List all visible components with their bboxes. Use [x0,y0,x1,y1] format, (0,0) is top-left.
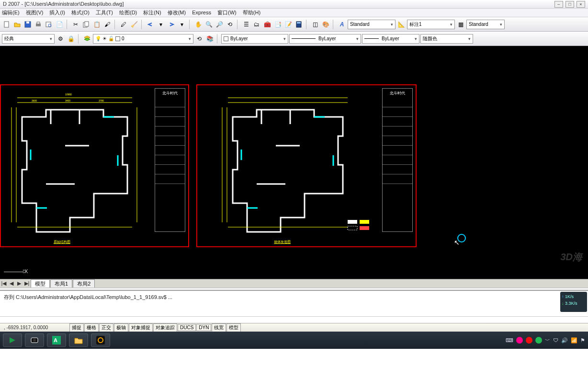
tray-chevron-icon[interactable]: ﹀ [545,337,550,344]
taskbar-app-5[interactable] [91,334,110,347]
tab-layout2[interactable]: 布局2 [73,279,95,288]
toolpalette-icon[interactable]: 🧰 [262,20,272,29]
text-style-icon[interactable]: A [337,20,347,29]
taskbar-app-autocad[interactable]: A [47,334,66,347]
network-widget: 1K/s 3.3K/s [560,292,587,312]
zoom-win-icon[interactable]: 🔎 [215,20,224,29]
tray-icon-1[interactable] [516,337,523,344]
tray-flag-icon[interactable]: ⚑ [580,337,585,344]
dim-style-icon[interactable]: 📐 [396,20,406,29]
ucs-icon: X [4,268,28,274]
menu-help[interactable]: 帮助(H) [243,10,260,15]
status-ortho[interactable]: 正交 [99,323,113,332]
paste-icon[interactable]: 📋 [92,20,102,29]
undo-dd-icon[interactable]: ▾ [156,20,166,29]
matchprop-icon[interactable]: 🖌 [102,20,112,29]
block-icon[interactable]: ◫ [310,20,320,29]
table-style-icon[interactable]: ▦ [456,20,465,29]
status-dyn[interactable]: DYN [196,324,211,331]
svg-text:3600: 3600 [32,99,37,102]
tab-nav-last[interactable]: ▶| [23,280,31,287]
new-icon[interactable] [2,20,11,29]
tab-nav-prev[interactable]: ◀ [8,280,15,287]
layer-prev-icon[interactable]: ⟲ [194,34,204,44]
status-ducs[interactable]: DUCS [178,324,196,331]
menu-dim[interactable]: 标注(N) [143,10,161,15]
taskbar-app-1[interactable] [3,334,22,347]
taskbar-app-explorer[interactable] [69,334,88,347]
redo-icon[interactable] [167,20,176,29]
tray-stop-icon[interactable] [526,337,532,344]
status-lwt[interactable]: 线宽 [212,323,226,332]
workspace-dropdown[interactable]: 经典 [2,34,55,44]
tab-model[interactable]: 模型 [31,279,50,288]
menu-draw[interactable]: 绘图(D) [119,10,137,15]
status-polar[interactable]: 极轴 [114,323,128,332]
erase-icon[interactable]: 🧹 [129,20,139,29]
tray-shield-icon[interactable]: 🛡 [553,337,558,343]
command-input[interactable] [0,316,588,323]
text-style-dropdown[interactable]: Standard [348,20,396,29]
drawing-canvas[interactable]: 北斗时代 [0,46,588,288]
sheet-set-icon[interactable]: 📑 [273,20,283,29]
status-osnap[interactable]: 对象捕捉 [129,323,153,332]
svg-rect-0 [4,22,9,27]
tray-volume-icon[interactable]: 🔊 [561,337,568,344]
workspace-lock-icon[interactable]: 🔒 [66,34,76,44]
properties-icon[interactable]: ☰ [241,20,251,29]
status-otrack[interactable]: 对象追踪 [153,323,177,332]
render-icon[interactable]: 🎨 [321,20,330,29]
table-style-dropdown[interactable]: Standard [466,20,505,29]
workspace-settings-icon[interactable]: ⚙ [56,34,65,44]
menu-modify[interactable]: 修改(M) [168,10,186,15]
tray-keyboard-icon[interactable]: ⌨ [506,337,513,344]
status-grid[interactable]: 栅格 [84,323,99,332]
layer-states-icon[interactable]: 📚 [205,34,215,44]
taskbar-app-2[interactable] [25,334,44,347]
zoom-prev-icon[interactable]: ⟲ [225,20,235,29]
close-button[interactable]: × [577,1,585,8]
open-icon[interactable] [12,20,22,29]
save-icon[interactable] [23,20,33,29]
layer-manager-icon[interactable] [82,34,92,44]
titleblock-title-2: 北斗时代 [383,89,412,98]
tray-network-icon[interactable]: 📶 [571,337,577,344]
calc-icon[interactable] [294,20,304,29]
tab-nav-first[interactable]: |◀ [0,280,8,287]
layer-dropdown[interactable]: 💡 ☀ 🔓 0 [93,34,193,44]
plotstyle-dropdown[interactable]: 随颜色 [420,34,473,44]
publish-icon[interactable]: 📄 [55,20,64,29]
dim-style-dropdown[interactable]: 标注1 [407,20,455,29]
cut-icon[interactable]: ✂ [71,20,80,29]
menu-tools[interactable]: 工具(T) [96,10,113,15]
tab-nav-next[interactable]: ▶ [15,280,23,287]
menu-express[interactable]: Express [192,10,211,15]
status-snap[interactable]: 捕捉 [69,323,84,332]
lineweight-dropdown[interactable]: ByLayer [362,34,419,44]
zoom-rt-icon[interactable]: 🔍 [204,20,214,29]
tab-layout1[interactable]: 布局1 [50,279,72,288]
brush-icon[interactable]: 🖊 [119,20,128,29]
markup-icon[interactable]: 📝 [283,20,293,29]
maximize-button[interactable]: □ [565,1,574,8]
menu-edit[interactable]: 编辑(E) [2,10,20,15]
menu-format[interactable]: 格式(O) [71,10,90,15]
menu-insert[interactable]: 插入(I) [49,10,65,15]
linetype-dropdown[interactable]: ByLayer [289,34,361,44]
menu-view[interactable]: 视图(V) [26,10,44,15]
color-dropdown[interactable]: ByLayer [221,34,288,44]
minimize-button[interactable]: – [554,1,563,8]
dc-icon[interactable]: 🗂 [252,20,261,29]
print-icon[interactable] [34,20,43,29]
tray-play-icon[interactable] [535,337,542,344]
copy-icon[interactable] [81,20,91,29]
status-bar: , -6929.1917, 0.0000 捕捉 栅格 正交 极轴 对象捕捉 对象… [0,323,588,332]
svg-rect-34 [348,220,357,224]
undo-icon[interactable] [146,20,155,29]
menu-window[interactable]: 窗口(W) [217,10,237,15]
command-line[interactable]: 存到 C:\Users\Administrator\AppData\Local\… [0,290,588,316]
pan-icon[interactable]: ✋ [193,20,203,29]
preview-icon[interactable] [44,20,54,29]
redo-dd-icon[interactable]: ▾ [177,20,187,29]
status-model[interactable]: 模型 [226,323,241,332]
